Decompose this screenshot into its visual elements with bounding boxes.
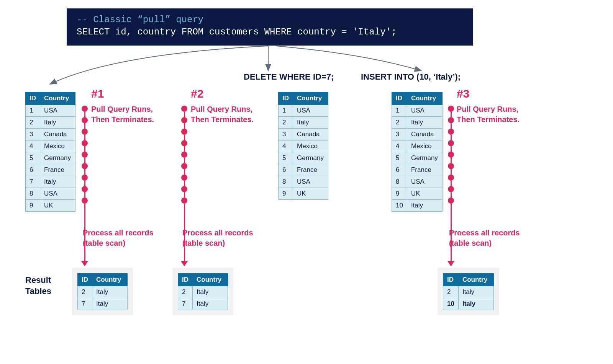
- process-label-3: Process all records (table scan): [449, 228, 520, 248]
- result-tables-label: Result Tables: [25, 275, 51, 297]
- step-1-number: #1: [91, 87, 104, 100]
- flow-arrows: [0, 42, 613, 92]
- sql-comment: -- Classic “pull” query: [77, 14, 463, 26]
- sql-code-block: -- Classic “pull” query SELECT id, count…: [67, 8, 473, 46]
- result-panel-2: IDCountry 2Italy7Italy: [172, 268, 233, 315]
- process-label-2: Process all records (table scan): [182, 228, 253, 248]
- process-label-1: Process all records (table scan): [83, 228, 154, 248]
- step-2-number: #2: [191, 87, 203, 100]
- result-panel-1: IDCountry 2Italy7Italy: [72, 268, 133, 315]
- step-2-desc: Pull Query Runs, Then Terminates.: [191, 104, 254, 125]
- source-table-2: IDCountry 1USA2Italy3Canada4Mexico5Germa…: [278, 92, 328, 200]
- result-table-1: IDCountry 2Italy7Italy: [77, 273, 128, 310]
- result-table-2: IDCountry 2Italy7Italy: [178, 273, 228, 310]
- result-table-3: IDCountry 2Italy10Italy: [443, 273, 494, 310]
- sql-query: SELECT id, country FROM customers WHERE …: [77, 26, 463, 38]
- step-3-number: #3: [457, 87, 469, 100]
- source-table-3: IDCountry 1USA2Italy3Canada4Mexico5Germa…: [392, 92, 443, 212]
- step-3-desc: Pull Query Runs, Then Terminates.: [457, 104, 520, 125]
- source-table-1: IDCountry 1USA2Italy3Canada4Mexico5Germa…: [25, 92, 75, 212]
- step-1-desc: Pull Query Runs, Then Terminates.: [91, 104, 154, 125]
- result-panel-3: IDCountry 2Italy10Italy: [438, 268, 499, 315]
- delete-operation: DELETE WHERE ID=7;: [244, 72, 334, 82]
- insert-operation: INSERT INTO (10, ‘Italy’);: [361, 72, 461, 82]
